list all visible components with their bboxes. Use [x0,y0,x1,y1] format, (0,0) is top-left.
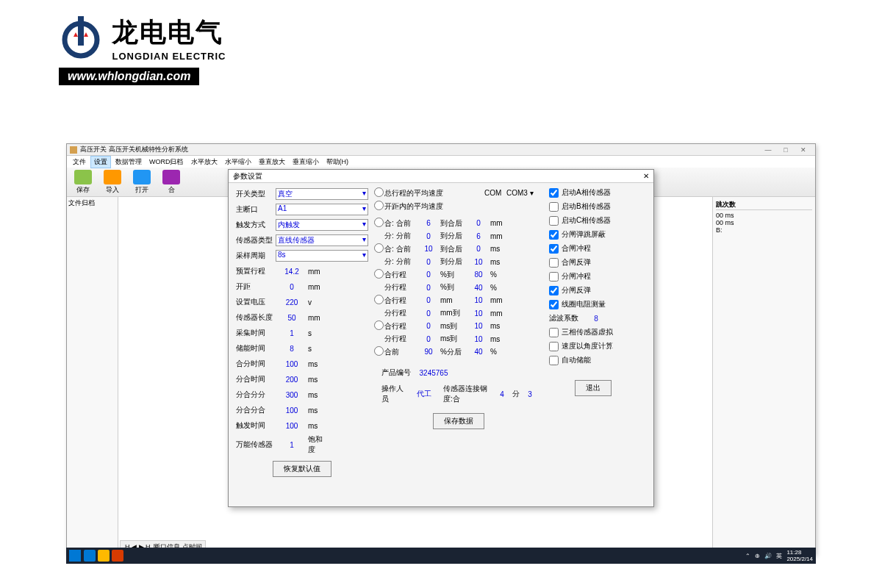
maximize-button[interactable]: □ [777,146,795,154]
val-value-3[interactable]: 50 [276,314,308,322]
grid-v2-1[interactable]: 6 [467,232,490,240]
grid-v1-0[interactable]: 6 [417,219,440,227]
save-data-button[interactable]: 保存数据 [433,413,484,429]
sel-value-4[interactable]: 8s ▾ [276,250,368,262]
start-button[interactable] [69,550,81,562]
grid-v2-6[interactable]: 10 [467,296,490,304]
dialog-close-icon[interactable]: ✕ [643,172,649,180]
conn-v1[interactable]: 4 [496,390,508,398]
sel-value-3[interactable]: 直线传感器 ▾ [276,234,368,246]
task-folder-icon[interactable] [98,550,110,562]
val-value-6[interactable]: 100 [276,360,308,368]
tb-open[interactable]: 打开 [129,170,155,195]
val-value-1[interactable]: 0 [276,283,308,291]
tray-up-icon[interactable]: ⌃ [745,553,750,559]
radio-dist-avg[interactable] [374,201,384,210]
check-4[interactable] [549,244,559,254]
close-button[interactable]: ✕ [795,146,812,154]
menu-word[interactable]: WORD归档 [146,157,187,168]
radio-total-avg[interactable] [374,187,384,197]
check2-1[interactable] [549,342,559,351]
exit-button[interactable]: 退出 [575,380,612,396]
grid-v1-4[interactable]: 0 [417,270,440,279]
menu-help[interactable]: 帮助(H) [323,157,352,168]
menu-vzoom-in[interactable]: 垂直放大 [256,157,288,168]
sel-value-2[interactable]: 内触发 ▾ [276,219,368,231]
grid-v1-6[interactable]: 0 [417,296,440,304]
grid-v1-10[interactable]: 90 [417,348,440,356]
check-1[interactable] [549,202,559,212]
sel-value-0[interactable]: 真空 ▾ [276,188,368,200]
conn-v2[interactable]: 3 [524,390,536,398]
grid-v1-8[interactable]: 0 [417,322,440,330]
grid-radio-10[interactable] [374,346,384,356]
grid-radio-0[interactable] [374,218,384,227]
check-2[interactable] [549,216,559,226]
tray-vol-icon[interactable]: 🔊 [764,553,772,559]
grid-v1-3[interactable]: 0 [417,258,440,266]
val-value-2[interactable]: 220 [276,298,308,306]
check-7[interactable] [549,286,559,295]
grid-g1-0: 合: 合前 [384,218,417,229]
grid-v2-10[interactable]: 40 [467,348,490,356]
check-5[interactable] [549,258,559,268]
grid-radio-8[interactable] [374,320,384,330]
task-app-icon[interactable] [112,550,123,562]
tb-4[interactable]: 合 [158,170,184,195]
tray-lang[interactable]: 英 [776,552,782,560]
check-6[interactable] [549,272,559,282]
grid-v2-3[interactable]: 10 [467,258,490,266]
grid-v2-0[interactable]: 0 [467,219,490,227]
tray-time[interactable]: 11:28 [786,549,801,556]
minimize-button[interactable]: — [759,146,777,154]
tray-date[interactable]: 2025/2/14 [786,556,813,562]
grid-v1-2[interactable]: 10 [417,245,440,253]
grid-v2-8[interactable]: 10 [467,322,490,330]
com-select[interactable]: COM3 ▾ [506,189,543,197]
tb-import[interactable]: 导入 [99,170,126,195]
check2-2[interactable] [549,356,559,365]
tb-save[interactable]: 保存 [70,170,96,195]
filter-value[interactable]: 8 [589,315,603,323]
grid-v1-5[interactable]: 0 [417,284,440,292]
check-8[interactable] [549,300,559,309]
product-value[interactable]: 3245765 [415,369,452,377]
val-value-7[interactable]: 200 [276,376,308,384]
val-value-0[interactable]: 14.2 [276,268,308,276]
grid-v1-9[interactable]: 0 [417,335,440,343]
system-tray[interactable]: ⌃ ⊕ 🔊 英 11:282025/2/14 [745,549,813,562]
menu-file[interactable]: 文件 [70,157,89,168]
grid-v1-1[interactable]: 0 [417,232,440,240]
check2-0[interactable] [549,328,559,337]
restore-defaults-button[interactable]: 恢复默认值 [273,461,331,477]
menu-vzoom-out[interactable]: 垂直缩小 [290,157,322,168]
menu-bar: 文件 设置 数据管理 WORD归档 水平放大 水平缩小 垂直放大 垂直缩小 帮助… [67,156,815,168]
menu-settings[interactable]: 设置 [90,156,111,168]
val-value-11[interactable]: 1 [276,441,308,449]
val-label-0: 预置行程 [236,266,276,276]
menu-data[interactable]: 数据管理 [112,157,145,168]
menu-hzoom-in[interactable]: 水平放大 [188,157,220,168]
tray-net-icon[interactable]: ⊕ [755,553,760,559]
grid-v2-4[interactable]: 80 [467,270,490,279]
operator-value[interactable]: 代工 [409,389,439,399]
task-edge-icon[interactable] [84,550,96,562]
grid-radio-4[interactable] [374,269,384,279]
val-value-10[interactable]: 100 [276,422,308,430]
check-3[interactable] [549,230,559,240]
grid-v2-7[interactable]: 10 [467,309,490,318]
val-unit-2: v [308,298,326,306]
val-value-8[interactable]: 300 [276,391,308,399]
val-value-9[interactable]: 100 [276,406,308,415]
menu-hzoom-out[interactable]: 水平缩小 [222,157,254,168]
val-value-5[interactable]: 8 [276,345,308,353]
grid-radio-6[interactable] [374,295,384,304]
sel-value-1[interactable]: A1 ▾ [276,204,368,215]
val-value-4[interactable]: 1 [276,329,308,337]
grid-v2-9[interactable]: 10 [467,335,490,343]
check-0[interactable] [549,188,559,198]
grid-v1-7[interactable]: 0 [417,309,440,318]
grid-v2-2[interactable]: 0 [467,245,490,253]
grid-v2-5[interactable]: 40 [467,284,490,292]
grid-radio-2[interactable] [374,243,384,253]
